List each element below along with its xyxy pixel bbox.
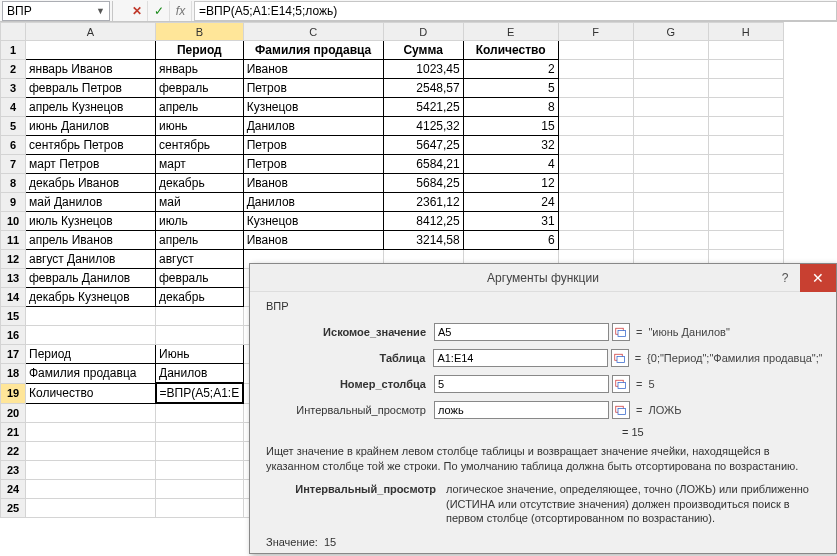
accept-icon[interactable]: ✓ [148,1,170,21]
row-header[interactable]: 20 [1,403,26,423]
cell[interactable] [558,117,633,136]
row-header[interactable]: 11 [1,231,26,250]
cell[interactable] [26,307,156,326]
cell[interactable] [156,442,244,461]
cell[interactable] [26,326,156,345]
help-button[interactable]: ? [770,264,800,292]
cell[interactable]: =ВПР(A5;A1:E [156,383,244,403]
cell[interactable]: Июнь [156,345,244,364]
cell[interactable]: декабрь Кузнецов [26,288,156,307]
cell[interactable] [633,174,708,193]
cell[interactable] [633,136,708,155]
cell[interactable] [633,79,708,98]
cell[interactable]: август Данилов [26,250,156,269]
col-header[interactable]: A [26,23,156,41]
cell[interactable]: 6584,21 [383,155,463,174]
cell[interactable]: 3214,58 [383,231,463,250]
row-header[interactable]: 19 [1,383,26,403]
cell[interactable] [708,41,783,60]
cell[interactable]: июнь [156,117,244,136]
cell[interactable] [558,41,633,60]
cell[interactable]: 5647,25 [383,136,463,155]
col-header[interactable]: H [708,23,783,41]
col-header[interactable]: F [558,23,633,41]
row-header[interactable]: 3 [1,79,26,98]
cell[interactable]: август [156,250,244,269]
cell[interactable]: 31 [463,212,558,231]
cell[interactable]: март [156,155,244,174]
cell[interactable]: декабрь [156,288,244,307]
cancel-icon[interactable]: ✕ [126,1,148,21]
cell[interactable] [156,480,244,499]
cell[interactable] [558,79,633,98]
cell[interactable] [156,326,244,345]
cell[interactable]: Количество [463,41,558,60]
cell[interactable] [156,499,244,518]
cell[interactable]: январь [156,60,244,79]
cell[interactable]: июнь Данилов [26,117,156,136]
cell[interactable]: апрель Кузнецов [26,98,156,117]
cell[interactable]: декабрь [156,174,244,193]
row-header[interactable]: 24 [1,480,26,499]
cell[interactable]: Кузнецов [243,212,383,231]
cell[interactable] [633,193,708,212]
cell[interactable]: 8 [463,98,558,117]
cell[interactable]: февраль Данилов [26,269,156,288]
arg-input[interactable] [434,323,609,341]
row-header[interactable]: 14 [1,288,26,307]
cell[interactable]: апрель [156,231,244,250]
cell[interactable] [633,41,708,60]
row-header[interactable]: 16 [1,326,26,345]
cell[interactable]: май [156,193,244,212]
cell[interactable] [558,231,633,250]
cell[interactable]: 12 [463,174,558,193]
cell[interactable] [558,174,633,193]
cell[interactable] [633,155,708,174]
row-header[interactable]: 10 [1,212,26,231]
cell[interactable] [26,442,156,461]
cell[interactable]: май Данилов [26,193,156,212]
cell[interactable]: сентябрь Петров [26,136,156,155]
cell[interactable]: 4125,32 [383,117,463,136]
row-header[interactable]: 8 [1,174,26,193]
cell[interactable] [633,117,708,136]
row-header[interactable]: 5 [1,117,26,136]
dialog-titlebar[interactable]: Аргументы функции ? ✕ [250,264,836,292]
cell[interactable]: 5 [463,79,558,98]
cell[interactable]: 5421,25 [383,98,463,117]
cell[interactable]: Кузнецов [243,98,383,117]
cell[interactable]: февраль [156,79,244,98]
row-header[interactable]: 6 [1,136,26,155]
cell[interactable] [26,41,156,60]
cell[interactable]: Сумма [383,41,463,60]
cell[interactable]: декабрь Иванов [26,174,156,193]
col-header[interactable]: C [243,23,383,41]
row-header[interactable]: 17 [1,345,26,364]
cell[interactable] [708,155,783,174]
name-box[interactable]: ВПР ▼ [2,1,110,21]
col-header[interactable]: E [463,23,558,41]
cell[interactable] [708,117,783,136]
cell[interactable]: Данилов [243,117,383,136]
cell[interactable]: Петров [243,79,383,98]
cell[interactable] [156,307,244,326]
cell[interactable]: сентябрь [156,136,244,155]
cell[interactable]: 2 [463,60,558,79]
row-header[interactable]: 15 [1,307,26,326]
cell[interactable] [558,193,633,212]
cell[interactable]: Иванов [243,231,383,250]
row-header[interactable]: 4 [1,98,26,117]
cell[interactable] [708,79,783,98]
cell[interactable] [708,174,783,193]
cell[interactable]: июль Кузнецов [26,212,156,231]
cell[interactable]: 2548,57 [383,79,463,98]
row-header[interactable]: 23 [1,461,26,480]
cell[interactable]: Данилов [156,364,244,384]
formula-input[interactable]: =ВПР(A5;A1:E14;5;ложь) [194,1,837,21]
cell[interactable]: Петров [243,136,383,155]
row-header[interactable]: 21 [1,423,26,442]
row-header[interactable]: 22 [1,442,26,461]
cell[interactable]: январь Иванов [26,60,156,79]
row-header[interactable]: 1 [1,41,26,60]
cell[interactable]: 4 [463,155,558,174]
